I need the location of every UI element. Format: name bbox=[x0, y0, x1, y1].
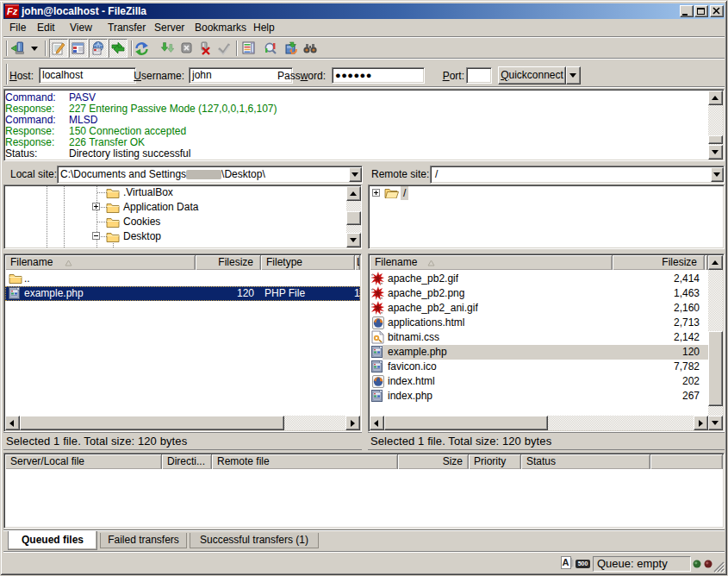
svg-text:Fz: Fz bbox=[7, 6, 18, 16]
svg-text:A: A bbox=[563, 557, 569, 567]
